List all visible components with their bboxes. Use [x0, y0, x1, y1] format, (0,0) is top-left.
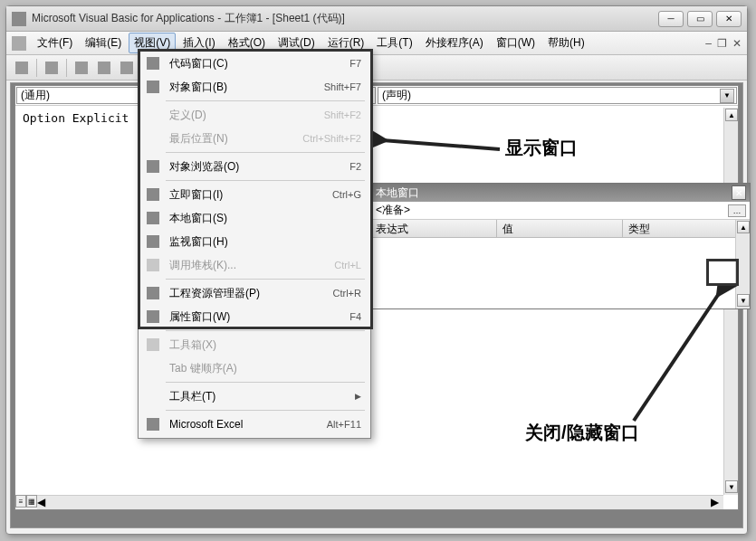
call-stack-icon [144, 256, 162, 274]
locals-col-value[interactable]: 值 [497, 220, 624, 237]
menu-item-watch-window[interactable]: 监视窗口(H) [140, 230, 368, 253]
horizontal-scrollbar[interactable]: ◀ ▶ [37, 495, 723, 509]
menu-item-object-browser[interactable]: 对象浏览器(O) F2 [140, 155, 368, 178]
menu-item-tab-order: Tab 键顺序(A) [140, 356, 368, 380]
toolbar-save[interactable] [42, 58, 62, 78]
app-icon [12, 12, 26, 26]
blank-icon [144, 359, 162, 377]
locals-window: 本地窗口 ✕ <准备> … 表达式 值 类型 ▲ ▼ [369, 183, 751, 309]
view-menu-dropdown: 代码窗口(C) F7 对象窗口(B) Shift+F7 定义(D) Shift+… [138, 49, 371, 439]
watch-window-icon [144, 233, 162, 251]
code-window-icon [144, 54, 162, 72]
code-line: Option Explicit [23, 111, 129, 125]
object-dropdown-value: (通用) [21, 88, 50, 103]
titlebar: Microsoft Visual Basic for Applications … [6, 6, 747, 32]
menubar: 文件(F) 编辑(E) 视图(V) 插入(I) 格式(O) 调试(D) 运行(R… [6, 32, 747, 55]
menu-item-properties-window[interactable]: 属性窗口(W) F4 [140, 305, 368, 328]
blank-icon [144, 129, 162, 147]
menu-item-toolbox: 工具箱(X) [140, 333, 368, 356]
toolbar-view-excel[interactable] [12, 58, 32, 78]
scroll-right-icon[interactable]: ▶ [711, 496, 723, 508]
toolbar-cut[interactable] [72, 58, 91, 78]
locals-vertical-scrollbar[interactable]: ▲ ▼ [735, 220, 750, 308]
submenu-arrow-icon: ▶ [355, 392, 361, 401]
full-module-view-button[interactable]: ▦ [26, 495, 37, 508]
menu-item-code-window[interactable]: 代码窗口(C) F7 [140, 52, 368, 75]
menu-item-locals-window[interactable]: 本地窗口(S) [140, 206, 368, 230]
toolbox-icon [144, 336, 162, 354]
menu-item-microsoft-excel[interactable]: Microsoft Excel Alt+F11 [140, 413, 368, 436]
menu-help[interactable]: 帮助(H) [542, 33, 590, 53]
object-browser-icon [144, 157, 162, 176]
object-window-icon [144, 78, 162, 96]
excel-icon [144, 415, 162, 433]
menu-window[interactable]: 窗口(W) [491, 33, 541, 53]
project-explorer-icon [144, 284, 162, 302]
blank-icon [144, 387, 162, 405]
blank-icon [144, 106, 162, 124]
menu-addins[interactable]: 外接程序(A) [420, 33, 489, 53]
locals-window-titlebar[interactable]: 本地窗口 ✕ [370, 184, 750, 202]
close-button[interactable]: ✕ [716, 11, 742, 27]
mdi-buttons: – ❐ ✕ [705, 37, 742, 50]
menu-item-last-position: 最后位置(N) Ctrl+Shift+F2 [140, 127, 368, 150]
window-title: Microsoft Visual Basic for Applications … [32, 11, 658, 26]
menu-item-call-stack: 调用堆栈(K)... Ctrl+L [140, 253, 368, 277]
locals-col-expression[interactable]: 表达式 [370, 220, 497, 237]
properties-window-icon [144, 308, 162, 326]
minimize-button[interactable]: ─ [658, 11, 684, 27]
menu-item-project-explorer[interactable]: 工程资源管理器(P) Ctrl+R [140, 281, 368, 305]
menu-file[interactable]: 文件(F) [32, 33, 78, 53]
locals-status-text: <准备> [376, 203, 410, 218]
toolbar-copy[interactable] [94, 58, 114, 78]
locals-window-title: 本地窗口 [376, 185, 419, 201]
document-icon [12, 36, 26, 51]
procedure-dropdown-value: (声明) [382, 88, 411, 103]
view-toggles: ≡ ▦ [15, 495, 37, 509]
menu-edit[interactable]: 编辑(E) [80, 33, 127, 53]
procedure-view-button[interactable]: ≡ [15, 495, 26, 508]
locals-status-bar: <准备> … [370, 202, 750, 220]
menu-item-object-window[interactable]: 对象窗口(B) Shift+F7 [140, 75, 368, 99]
procedure-dropdown[interactable]: (声明) ▼ [378, 87, 737, 104]
menu-item-immediate-window[interactable]: 立即窗口(I) Ctrl+G [140, 183, 368, 206]
locals-close-button[interactable]: ✕ [732, 185, 746, 200]
maximize-button[interactable]: ▭ [687, 11, 713, 27]
scroll-up-icon[interactable]: ▲ [737, 221, 750, 233]
locals-more-button[interactable]: … [728, 204, 746, 217]
menu-item-definition: 定义(D) Shift+F2 [140, 103, 368, 127]
menu-item-toolbars[interactable]: 工具栏(T) ▶ [140, 384, 368, 408]
locals-column-headers: 表达式 值 类型 [370, 220, 750, 238]
window-buttons: ─ ▭ ✕ [658, 11, 742, 27]
scroll-down-icon[interactable]: ▼ [737, 294, 750, 307]
immediate-window-icon [144, 185, 162, 204]
scroll-up-icon[interactable]: ▲ [725, 109, 738, 121]
toolbar [6, 55, 747, 81]
scroll-left-icon[interactable]: ◀ [37, 496, 50, 508]
dropdown-arrow-icon[interactable]: ▼ [720, 89, 734, 103]
toolbar-paste[interactable] [117, 58, 137, 78]
locals-window-icon [144, 209, 162, 227]
menu-tools[interactable]: 工具(T) [371, 33, 417, 53]
scroll-down-icon[interactable]: ▼ [725, 480, 738, 493]
code-dropdowns: (通用) ▼ (声明) ▼ [15, 86, 738, 106]
locals-col-type[interactable]: 类型 [623, 220, 750, 237]
